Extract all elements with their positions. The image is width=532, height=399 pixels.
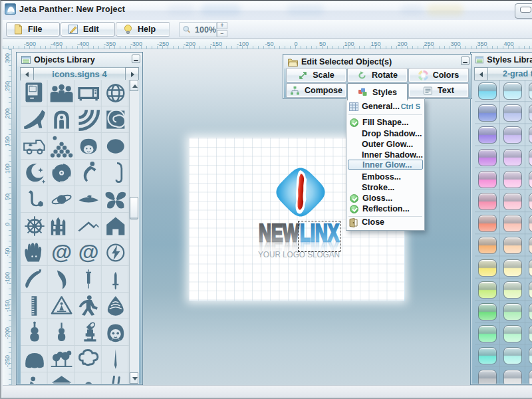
svg-text:@: @	[51, 240, 72, 264]
svg-text:@: @	[78, 240, 99, 264]
